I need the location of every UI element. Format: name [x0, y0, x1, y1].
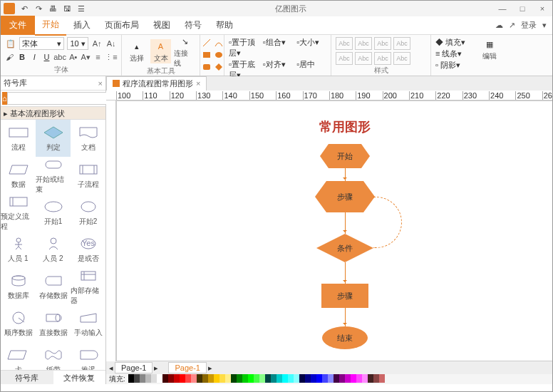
- palette-swatch[interactable]: [219, 374, 225, 383]
- line-button[interactable]: ≡ 线条▾: [435, 48, 470, 59]
- font-size-select[interactable]: 10▾: [67, 37, 88, 50]
- style-thumb[interactable]: Abc: [374, 37, 391, 50]
- palette-swatch[interactable]: [140, 374, 145, 383]
- palette-swatch[interactable]: [316, 374, 322, 383]
- page-next-icon[interactable]: ▸: [154, 363, 158, 373]
- library-shape-18[interactable]: 卡: [1, 342, 36, 370]
- connector[interactable]: [345, 308, 346, 326]
- paste-icon[interactable]: 📋: [5, 38, 16, 49]
- palette-swatch[interactable]: [151, 374, 157, 383]
- page-add-icon[interactable]: ▸: [208, 363, 212, 373]
- tab-help[interactable]: 帮助: [209, 16, 240, 35]
- palette-swatch[interactable]: [299, 374, 305, 383]
- palette-swatch[interactable]: [368, 374, 373, 383]
- palette-swatch[interactable]: [339, 374, 345, 383]
- palette-swatch[interactable]: [162, 374, 168, 383]
- increase-font-icon[interactable]: A↑: [91, 38, 103, 49]
- library-shape-19[interactable]: 纸带: [36, 342, 71, 370]
- oval-shape-icon[interactable]: [214, 50, 224, 60]
- library-shape-9[interactable]: 人员 1: [1, 231, 36, 268]
- rect-shape-icon[interactable]: [202, 50, 212, 60]
- library-shape-12[interactable]: 数据库: [1, 268, 36, 305]
- page-prev-icon[interactable]: ◂: [109, 363, 113, 373]
- close-tab-icon[interactable]: ×: [196, 79, 200, 88]
- connector[interactable]: [345, 168, 346, 181]
- library-shape-0[interactable]: 流程: [1, 120, 36, 157]
- palette-swatch[interactable]: [214, 374, 219, 383]
- library-shape-15[interactable]: 顺序数据: [1, 305, 36, 342]
- palette-swatch[interactable]: [265, 374, 271, 383]
- tab-start[interactable]: 开始: [35, 15, 66, 36]
- tab-view[interactable]: 视图: [146, 16, 177, 35]
- palette-swatch[interactable]: [345, 374, 351, 383]
- palette-swatch[interactable]: [305, 374, 311, 383]
- close-panel-icon[interactable]: ×: [98, 79, 103, 88]
- save-icon[interactable]: 🖫: [62, 4, 72, 14]
- underline-icon[interactable]: U: [42, 51, 51, 63]
- italic-icon[interactable]: I: [30, 51, 39, 63]
- shape-start[interactable]: 开始: [320, 144, 370, 168]
- library-shape-16[interactable]: 直接数据: [36, 305, 71, 342]
- style-thumb[interactable]: Abc: [336, 37, 353, 50]
- font-color-icon[interactable]: A▾: [81, 51, 90, 63]
- palette-swatch[interactable]: [356, 374, 362, 383]
- palette-swatch[interactable]: [168, 374, 174, 383]
- palette-swatch[interactable]: [334, 374, 339, 383]
- style-thumb[interactable]: Abc: [355, 37, 372, 50]
- library-category[interactable]: ▸ 基本流程图形状: [1, 107, 105, 120]
- tab-symbol[interactable]: 符号: [177, 16, 209, 35]
- palette-swatch[interactable]: [259, 374, 265, 383]
- strikethrough-icon[interactable]: abc: [54, 51, 66, 63]
- library-shape-1[interactable]: 判定: [36, 120, 71, 157]
- polygon-shape-icon[interactable]: [214, 62, 224, 72]
- connector-loop[interactable]: [373, 197, 402, 248]
- highlight-icon[interactable]: A▪: [68, 51, 78, 63]
- palette-swatch[interactable]: [134, 374, 140, 383]
- shape-condition[interactable]: 条件: [316, 234, 373, 262]
- style-thumb[interactable]: Abc: [336, 52, 353, 65]
- library-shape-14[interactable]: 内部存储器: [71, 268, 105, 305]
- palette-swatch[interactable]: [208, 374, 214, 383]
- cloud-icon[interactable]: ☁: [495, 21, 503, 30]
- palette-swatch[interactable]: [225, 374, 231, 383]
- file-tab[interactable]: 文件: [1, 16, 35, 35]
- library-shape-17[interactable]: 手动输入: [71, 305, 105, 342]
- undo-icon[interactable]: ↶: [19, 4, 29, 14]
- share-icon[interactable]: ↗: [509, 21, 515, 30]
- style-thumb[interactable]: Abc: [355, 52, 372, 65]
- minimize-button[interactable]: —: [495, 4, 510, 13]
- shape-end[interactable]: 结束: [322, 326, 368, 349]
- library-shape-2[interactable]: 文档: [71, 120, 105, 157]
- palette-swatch[interactable]: [248, 374, 254, 383]
- palette-swatch[interactable]: [191, 374, 197, 383]
- palette-swatch[interactable]: [322, 374, 328, 383]
- maximize-button[interactable]: □: [515, 4, 529, 13]
- select-tool[interactable]: ▴选择: [126, 39, 148, 63]
- shape-step2[interactable]: 步骤: [321, 284, 368, 308]
- palette-swatch[interactable]: [128, 374, 134, 383]
- login-link[interactable]: 登录: [521, 20, 537, 31]
- library-shape-3[interactable]: 数据: [1, 157, 36, 194]
- drawing-page[interactable]: 常用图形 开始 步骤 条件: [116, 100, 553, 361]
- palette-swatch[interactable]: [174, 374, 180, 383]
- bullets-icon[interactable]: ⋮≡: [105, 51, 117, 63]
- shape-step1[interactable]: 步骤: [315, 181, 375, 212]
- palette-swatch[interactable]: [202, 374, 208, 383]
- palette-swatch[interactable]: [242, 374, 248, 383]
- tab-layout[interactable]: 页面布局: [98, 16, 146, 35]
- roundrect-shape-icon[interactable]: [202, 62, 212, 72]
- palette-swatch[interactable]: [185, 374, 191, 383]
- library-home-button[interactable]: ⌂: [2, 92, 7, 105]
- palette-swatch[interactable]: [237, 374, 242, 383]
- palette-swatch[interactable]: [351, 374, 356, 383]
- text-tool[interactable]: A文本: [150, 39, 172, 63]
- combine-button[interactable]: ▫组合▾: [263, 37, 293, 58]
- document-tab[interactable]: 程序流程图常用图形×: [106, 76, 207, 91]
- menu-dropdown-icon[interactable]: ▾: [542, 21, 547, 30]
- library-shape-8[interactable]: 开始2: [71, 194, 105, 231]
- palette-swatch[interactable]: [276, 374, 282, 383]
- palette-swatch[interactable]: [254, 374, 259, 383]
- library-shape-4[interactable]: 开始或结束: [36, 157, 71, 194]
- palette-swatch[interactable]: [311, 374, 316, 383]
- decrease-font-icon[interactable]: A↓: [105, 38, 117, 49]
